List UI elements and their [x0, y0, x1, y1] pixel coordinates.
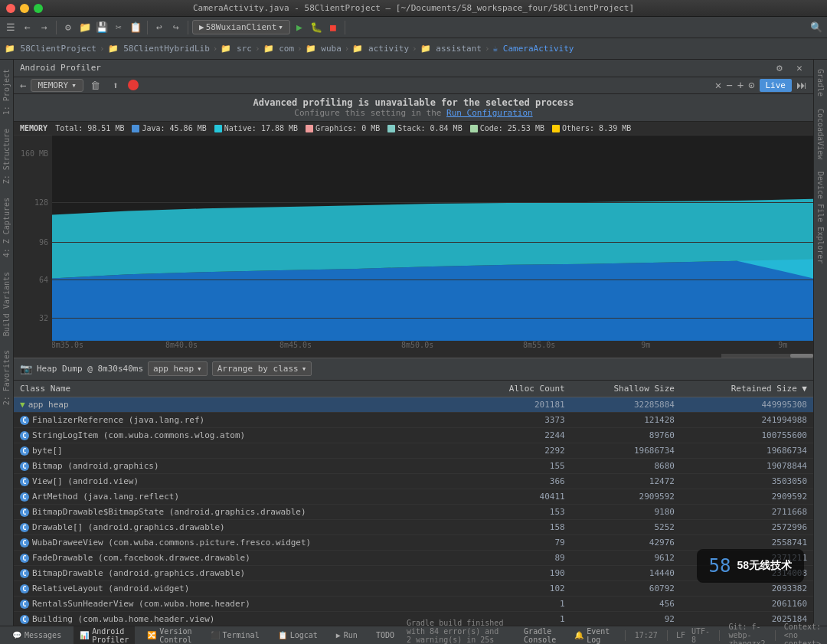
class-name-cell: CRelativeLayout (android.widget) — [14, 580, 469, 596]
breadcrumb-assistant[interactable]: 📁 assistant — [420, 44, 482, 54]
breadcrumb-src[interactable]: 📁 src — [221, 44, 252, 54]
minimize-button[interactable] — [20, 4, 29, 13]
table-row[interactable]: CArtMethod (java.lang.reflect)4041129095… — [14, 489, 813, 504]
col-shallow-size[interactable]: Shallow Size — [571, 381, 681, 397]
breadcrumb-activity[interactable]: 📁 activity — [352, 44, 409, 54]
table-row[interactable]: CBitmapDrawable (android.graphics.drawab… — [14, 565, 813, 580]
search-icon[interactable]: 🔍 — [809, 20, 824, 35]
breadcrumb-wuba[interactable]: 📁 wuba — [306, 44, 342, 54]
table-row[interactable]: Cbyte[]22921968673419686734 — [14, 443, 813, 458]
toolbar-icon-6[interactable]: 💾 — [94, 20, 110, 35]
col-class-name[interactable]: Class Name — [14, 381, 469, 397]
logcat-tab[interactable]: 📋 Logcat — [272, 626, 324, 644]
stop-icon[interactable]: ■ — [325, 20, 341, 35]
col-alloc-count[interactable]: Alloc Count — [469, 381, 570, 397]
status-time: 17:27 — [635, 631, 658, 639]
toolbar-icon-9[interactable]: ↩ — [152, 20, 167, 35]
table-row[interactable]: ▼app heap20118132285884449995308 — [14, 397, 813, 412]
toolbar-icon-2[interactable]: ← — [20, 20, 35, 35]
table-row[interactable]: CRentalsSunHeaderView (com.wuba.home.hea… — [14, 596, 813, 611]
messages-icon: 💬 — [12, 631, 21, 639]
back-button[interactable]: ← — [20, 79, 26, 91]
run-tab[interactable]: ▶ Run — [330, 626, 364, 644]
retained-size-cell: 2909592 — [681, 489, 813, 504]
scrollbar-thumb[interactable] — [790, 354, 813, 358]
expand-icon[interactable]: ⊙ — [748, 79, 754, 91]
sidebar-tab-captures[interactable]: 4: Z Captures — [1, 191, 12, 263]
toolbar-icon-8[interactable]: 📋 — [128, 20, 143, 35]
terminal-icon: ⬛ — [211, 631, 220, 639]
profiler-tab[interactable]: 📊 Android Profiler — [74, 626, 135, 644]
heap-table-container[interactable]: Class Name Alloc Count Shallow Size Reta… — [14, 381, 813, 626]
table-row[interactable]: CStringLogItem (com.wuba.commons.wlog.at… — [14, 427, 813, 443]
watermark-text: 58无线技术 — [737, 559, 792, 573]
zoom-in-icon[interactable]: + — [737, 79, 744, 91]
app-heap-dropdown[interactable]: app heap ▾ — [148, 361, 208, 376]
maximize-button[interactable] — [34, 4, 43, 13]
arrange-by-dropdown[interactable]: Arrange by class ▾ — [212, 361, 312, 376]
settings-icon[interactable]: ⚙ — [772, 60, 787, 76]
breadcrumb-cameraactivity[interactable]: ☕ CameraActivity — [493, 44, 574, 54]
run-config-link[interactable]: Run Configuration — [446, 108, 533, 118]
col-retained-size[interactable]: Retained Size ▼ — [681, 381, 813, 397]
shallow-size-cell: 9612 — [571, 550, 681, 565]
y-label-32: 32 — [39, 313, 48, 322]
alloc-count-cell: 158 — [469, 519, 570, 534]
sidebar-tab-project[interactable]: 1: Project — [1, 63, 12, 121]
sidebar-tab-device-file[interactable]: Device File Explorer — [815, 165, 826, 270]
class-icon: C — [20, 615, 29, 624]
table-row[interactable]: CDrawable[] (android.graphics.drawable)1… — [14, 519, 813, 534]
shallow-size-cell: 89760 — [571, 427, 681, 443]
trash-icon[interactable]: 🗑 — [88, 77, 103, 93]
memory-dropdown[interactable]: MEMORY ▾ — [31, 79, 83, 92]
table-row[interactable]: CFadeDrawable (com.facebook.drawee.drawa… — [14, 550, 813, 565]
breadcrumb-58clientproject[interactable]: 📁 58ClientProject — [5, 44, 96, 54]
table-row[interactable]: CView[] (android.view)366124723503050 — [14, 473, 813, 489]
profiler-header: Android Profiler ⚙ ✕ — [14, 60, 813, 77]
toolbar-icon-4[interactable]: ⚙ — [60, 20, 76, 35]
table-row[interactable]: CBitmap (android.graphics)15586801907884… — [14, 458, 813, 473]
sidebar-tab-favorites[interactable]: 2: Favorites — [1, 344, 12, 411]
version-control-tab[interactable]: 🔀 Version Control — [141, 626, 198, 644]
table-row[interactable]: CFinalizerReference (java.lang.ref)33731… — [14, 412, 813, 427]
table-row[interactable]: CRelativeLayout (android.widget)10260792… — [14, 580, 813, 596]
gradle-console-tab[interactable]: Gradle Console — [518, 626, 562, 644]
toolbar-sep-4 — [345, 21, 345, 34]
toolbar-icon-7[interactable]: ✂ — [111, 20, 126, 35]
close-profiler-icon[interactable]: ✕ — [792, 60, 807, 76]
export-icon[interactable]: ⬆ — [108, 77, 123, 93]
table-row[interactable]: CBitmapDrawable$BitmapState (android.gra… — [14, 504, 813, 519]
wuxian-client-button[interactable]: ▶ 58WuxianClient ▾ — [192, 20, 290, 34]
skip-end-icon[interactable]: ⏭ — [796, 79, 807, 91]
event-log-tab[interactable]: 🔔 Event Log — [568, 626, 616, 644]
breadcrumb-com[interactable]: 📁 com — [263, 44, 295, 54]
left-sidebar: 1: Project Z: Structure 4: Z Captures Bu… — [0, 60, 14, 626]
shallow-size-cell: 8680 — [571, 458, 681, 473]
record-button[interactable] — [128, 80, 139, 90]
zoom-out-icon[interactable]: − — [726, 79, 732, 91]
time-label-0: 8m35.0s — [52, 341, 83, 349]
messages-tab[interactable]: 💬 Messages — [6, 626, 67, 644]
toolbar-icon-5[interactable]: 📁 — [77, 20, 93, 35]
table-row[interactable]: CWubaDraweeView (com.wuba.commons.pictur… — [14, 534, 813, 550]
terminal-tab[interactable]: ⬛ Terminal — [204, 626, 266, 644]
chart-svg — [52, 136, 813, 358]
live-button[interactable]: Live — [760, 79, 793, 92]
wuxian-icon: ▶ — [199, 22, 204, 32]
alloc-count-cell: 366 — [469, 473, 570, 489]
toolbar-icon-3[interactable]: → — [37, 20, 52, 35]
breadcrumb-hybridlib[interactable]: 📁 58ClientHybridLib — [108, 44, 210, 54]
retained-size-cell: 449995308 — [681, 397, 813, 412]
timeline-scrollbar[interactable] — [721, 354, 813, 358]
close-button[interactable] — [6, 4, 15, 13]
sidebar-tab-structure[interactable]: Z: Structure — [1, 123, 12, 190]
sidebar-tab-gradle[interactable]: Gradle — [815, 63, 826, 103]
toolbar-icon-1[interactable]: ☰ — [3, 20, 18, 35]
sidebar-tab-build-variants[interactable]: Build Variants — [1, 266, 12, 342]
run-icon[interactable]: ▶ — [292, 20, 307, 35]
todo-tab[interactable]: TODO — [370, 626, 400, 644]
toolbar-icon-10[interactable]: ↪ — [168, 20, 184, 35]
debug-icon[interactable]: 🐛 — [309, 20, 324, 35]
sidebar-tab-cocoadaview[interactable]: CocoadaView — [815, 103, 826, 165]
close-icon[interactable]: ✕ — [715, 79, 721, 91]
